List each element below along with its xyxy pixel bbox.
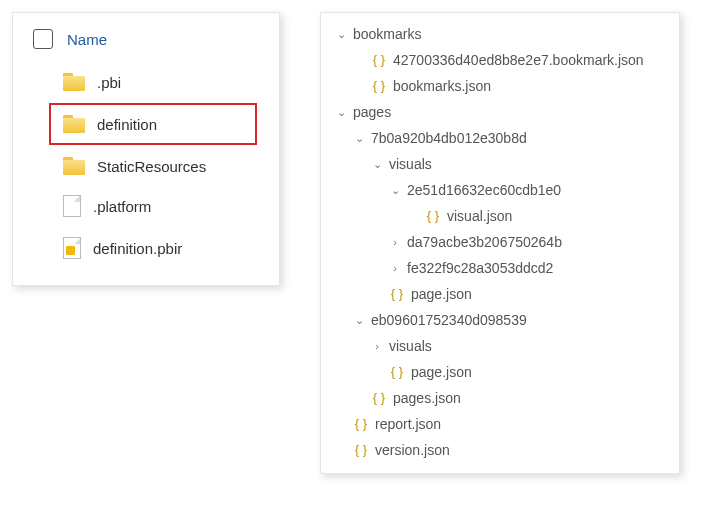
json-file-icon: { } bbox=[353, 439, 369, 461]
folder-icon bbox=[63, 115, 85, 133]
tree-item[interactable]: ⌄{ }bookmarks.json bbox=[327, 73, 673, 99]
chevron-right-icon[interactable]: › bbox=[371, 335, 383, 357]
pbir-file-icon bbox=[63, 237, 81, 259]
chevron-down-icon[interactable]: ⌄ bbox=[371, 153, 383, 175]
tree-item[interactable]: ›da79acbe3b206750264b bbox=[327, 229, 673, 255]
chevron-down-icon[interactable]: ⌄ bbox=[335, 101, 347, 123]
tree-item-label: bookmarks.json bbox=[393, 75, 491, 97]
tree-item[interactable]: ⌄pages bbox=[327, 99, 673, 125]
tree-item-label: page.json bbox=[411, 283, 472, 305]
file-row-StaticResources[interactable]: StaticResources bbox=[17, 147, 275, 185]
file-name-label: definition.pbir bbox=[93, 240, 182, 257]
tree-item-label: visual.json bbox=[447, 205, 512, 227]
tree-item[interactable]: ›visuals bbox=[327, 333, 673, 359]
tree-item-label: da79acbe3b206750264b bbox=[407, 231, 562, 253]
tree-item-label: visuals bbox=[389, 153, 432, 175]
json-file-icon: { } bbox=[371, 75, 387, 97]
file-row-definition[interactable]: definition bbox=[49, 103, 257, 145]
tree-item[interactable]: ⌄{ }report.json bbox=[327, 411, 673, 437]
json-file-icon: { } bbox=[353, 413, 369, 435]
folder-icon bbox=[63, 157, 85, 175]
chevron-down-icon[interactable]: ⌄ bbox=[353, 309, 365, 331]
tree-item[interactable]: ⌄eb09601752340d098539 bbox=[327, 307, 673, 333]
tree-item[interactable]: ⌄visuals bbox=[327, 151, 673, 177]
column-name-header[interactable]: Name bbox=[67, 31, 107, 48]
tree-item[interactable]: ⌄2e51d16632ec60cdb1e0 bbox=[327, 177, 673, 203]
tree-item[interactable]: ⌄{ }page.json bbox=[327, 359, 673, 385]
chevron-down-icon[interactable]: ⌄ bbox=[353, 127, 365, 149]
json-file-icon: { } bbox=[389, 283, 405, 305]
tree-item[interactable]: ⌄{ }42700336d40ed8b8e2e7.bookmark.json bbox=[327, 47, 673, 73]
chevron-down-icon[interactable]: ⌄ bbox=[335, 23, 347, 45]
tree-item-label: bookmarks bbox=[353, 23, 421, 45]
file-icon bbox=[63, 195, 81, 217]
json-file-icon: { } bbox=[389, 361, 405, 383]
tree-item-label: report.json bbox=[375, 413, 441, 435]
file-name-label: .platform bbox=[93, 198, 151, 215]
tree-item[interactable]: ⌄{ }visual.json bbox=[327, 203, 673, 229]
tree-item[interactable]: ⌄{ }page.json bbox=[327, 281, 673, 307]
file-tree-panel: ⌄bookmarks⌄{ }42700336d40ed8b8e2e7.bookm… bbox=[320, 12, 680, 474]
tree-item-label: visuals bbox=[389, 335, 432, 357]
chevron-right-icon[interactable]: › bbox=[389, 257, 401, 279]
tree-item[interactable]: ›fe322f9c28a3053ddcd2 bbox=[327, 255, 673, 281]
select-all-checkbox[interactable] bbox=[33, 29, 53, 49]
tree-item[interactable]: ⌄{ }pages.json bbox=[327, 385, 673, 411]
tree-item-label: page.json bbox=[411, 361, 472, 383]
file-row--pbi[interactable]: .pbi bbox=[17, 63, 275, 101]
chevron-right-icon[interactable]: › bbox=[389, 231, 401, 253]
file-name-label: definition bbox=[97, 116, 157, 133]
json-file-icon: { } bbox=[425, 205, 441, 227]
tree-item[interactable]: ⌄{ }version.json bbox=[327, 437, 673, 463]
tree-item-label: eb09601752340d098539 bbox=[371, 309, 527, 331]
tree-item-label: version.json bbox=[375, 439, 450, 461]
json-file-icon: { } bbox=[371, 387, 387, 409]
chevron-down-icon[interactable]: ⌄ bbox=[389, 179, 401, 201]
folder-icon bbox=[63, 73, 85, 91]
tree-item[interactable]: ⌄bookmarks bbox=[327, 21, 673, 47]
tree-item-label: 2e51d16632ec60cdb1e0 bbox=[407, 179, 561, 201]
file-list-header: Name bbox=[17, 23, 275, 63]
file-row-definition-pbir[interactable]: definition.pbir bbox=[17, 227, 275, 269]
file-name-label: .pbi bbox=[97, 74, 121, 91]
file-explorer-panel: Name .pbidefinitionStaticResources.platf… bbox=[12, 12, 280, 286]
file-name-label: StaticResources bbox=[97, 158, 206, 175]
tree-item[interactable]: ⌄7b0a920b4db012e30b8d bbox=[327, 125, 673, 151]
file-row--platform[interactable]: .platform bbox=[17, 185, 275, 227]
tree-item-label: pages bbox=[353, 101, 391, 123]
tree-item-label: 7b0a920b4db012e30b8d bbox=[371, 127, 527, 149]
json-file-icon: { } bbox=[371, 49, 387, 71]
tree-item-label: pages.json bbox=[393, 387, 461, 409]
tree-item-label: 42700336d40ed8b8e2e7.bookmark.json bbox=[393, 49, 644, 71]
tree-item-label: fe322f9c28a3053ddcd2 bbox=[407, 257, 553, 279]
